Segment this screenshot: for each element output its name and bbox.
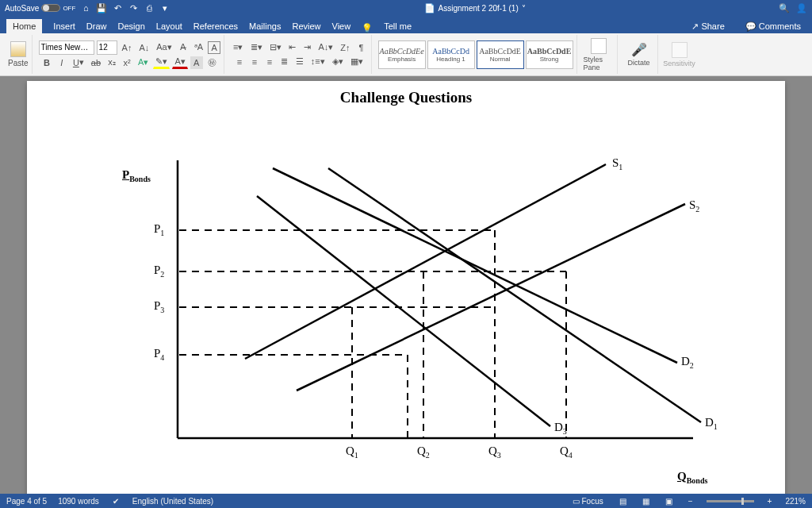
sensitivity-group: Sensitivity (661, 35, 698, 74)
tab-design[interactable]: Design (118, 19, 145, 33)
tab-home[interactable]: Home (6, 19, 42, 33)
s2-label: S2 (689, 198, 699, 214)
d3-label: D3 (554, 421, 567, 436)
numbering-button[interactable]: ≣▾ (248, 41, 265, 54)
show-marks-button[interactable]: ¶ (355, 41, 368, 54)
search-icon[interactable]: 🔍 (779, 2, 790, 13)
line-spacing-button[interactable]: ↕≡▾ (308, 56, 327, 68)
print-layout-icon[interactable]: ▦ (640, 497, 652, 506)
tab-review[interactable]: Review (292, 19, 320, 33)
text-effects-button[interactable]: A▾ (136, 56, 151, 69)
font-name-select[interactable] (39, 40, 94, 55)
distribute-button[interactable]: ☰ (293, 56, 306, 68)
paragraph-group: ≡▾ ≣▾ ⊟▾ ⇤ ⇥ A↓▾ Z↑ ¶ ≡ ≡ ≡ ≣ ☰ ↕≡▾ ◈▾ ▦… (228, 35, 372, 74)
ribbon: Paste A↑ A↓ Aa▾ A̶ ᵃA A B I U▾ ab x₂ x² … (0, 33, 812, 76)
tab-insert[interactable]: Insert (53, 19, 75, 33)
p3-label: P3 (154, 299, 164, 314)
font-group: A↑ A↓ Aa▾ A̶ ᵃA A B I U▾ ab x₂ x² A▾ ✎▾ … (36, 35, 225, 74)
clear-format-button[interactable]: A̶ (177, 41, 190, 54)
print-icon[interactable]: ⎙ (144, 2, 155, 13)
zoom-out-button[interactable]: − (686, 497, 695, 506)
decrease-indent-button[interactable]: ⇤ (286, 41, 299, 54)
share-button[interactable]: ↗ Share (687, 20, 729, 33)
d2-label: D2 (681, 355, 694, 370)
dictate-group: 🎤 Dictate (621, 35, 658, 74)
s1-label: S1 (612, 156, 622, 171)
change-case-button[interactable]: Aa▾ (154, 41, 174, 54)
spellcheck-icon[interactable]: ✔ (110, 497, 121, 506)
multilevel-button[interactable]: ⊟▾ (267, 41, 284, 54)
highlight-button[interactable]: ✎▾ (153, 56, 170, 69)
save-icon[interactable]: 💾 (96, 2, 107, 13)
bold-button[interactable]: B (40, 56, 53, 69)
style-normal[interactable]: AaBbCcDdENormal (477, 40, 524, 69)
zoom-in-button[interactable]: + (765, 497, 775, 506)
bullets-button[interactable]: ≡▾ (231, 41, 245, 54)
word-count[interactable]: 1090 words (58, 497, 99, 506)
align-right-button[interactable]: ≡ (263, 56, 276, 68)
char-shading-button[interactable]: A (190, 56, 203, 69)
autosave-state: OFF (63, 5, 75, 12)
paste-icon[interactable] (10, 41, 26, 57)
redo-icon[interactable]: ↷ (128, 2, 139, 13)
sensitivity-icon (672, 42, 688, 58)
more-icon[interactable]: ▾ (159, 2, 170, 13)
undo-icon[interactable]: ↶ (112, 2, 123, 13)
q3-label: Q3 (488, 444, 501, 460)
styles-group: AaBbCcDdEeEmphasis AaBbCcDdHeading 1 AaB… (375, 35, 577, 74)
sort2-button[interactable]: Z↑ (338, 41, 352, 54)
style-strong[interactable]: AaBbCcDdEStrong (526, 40, 573, 69)
mic-icon: 🎤 (631, 42, 647, 57)
sort-button[interactable]: A↓▾ (316, 41, 336, 54)
styles-pane-group: Styles Pane (580, 35, 618, 74)
justify-button[interactable]: ≣ (278, 56, 291, 68)
tab-mailings[interactable]: Mailings (249, 19, 281, 33)
clipboard-group: Paste (5, 35, 33, 74)
align-left-button[interactable]: ≡ (233, 56, 246, 68)
zoom-level[interactable]: 221% (785, 497, 806, 506)
borders-button[interactable]: ▦▾ (348, 56, 366, 68)
align-center-button[interactable]: ≡ (248, 56, 261, 68)
document-area[interactable]: Challenge Questions (0, 76, 812, 494)
enclose-button[interactable]: ㊙ (205, 56, 219, 69)
style-heading1[interactable]: AaBbCcDdHeading 1 (427, 40, 475, 69)
tab-view[interactable]: View (332, 19, 351, 33)
focus-button[interactable]: ▭ Focus (570, 497, 606, 506)
underline-button[interactable]: U▾ (71, 56, 86, 69)
grow-font-button[interactable]: A↑ (120, 41, 135, 54)
superscript-button[interactable]: x² (121, 56, 133, 69)
subscript-button[interactable]: x₂ (105, 56, 118, 69)
chart-svg (122, 121, 741, 494)
style-emphasis[interactable]: AaBbCcDdEeEmphasis (378, 40, 426, 69)
comments-button[interactable]: 💬 Comments (741, 20, 806, 33)
document-title: Assignment 2 20f-1 (1) (439, 4, 519, 13)
autosave-toggle[interactable]: AutoSave OFF (5, 4, 75, 13)
tab-references[interactable]: References (193, 19, 238, 33)
font-color-button[interactable]: A▾ (172, 56, 187, 69)
dictate-button[interactable]: 🎤 Dictate (624, 42, 654, 67)
toggle-pill[interactable] (41, 4, 60, 12)
read-mode-icon[interactable]: ▤ (617, 497, 629, 506)
strike-button[interactable]: ab (89, 56, 103, 69)
web-layout-icon[interactable]: ▣ (663, 497, 675, 506)
home-icon[interactable]: ⌂ (80, 2, 91, 13)
styles-pane-button[interactable]: Styles Pane (584, 38, 614, 71)
increase-indent-button[interactable]: ⇥ (301, 41, 314, 54)
language-indicator[interactable]: English (United States) (132, 497, 213, 506)
tab-layout[interactable]: Layout (156, 19, 182, 33)
user-icon[interactable]: 👤 (796, 2, 807, 13)
italic-button[interactable]: I (56, 56, 68, 69)
shrink-font-button[interactable]: A↓ (136, 41, 151, 54)
title-chevron-icon[interactable]: ˅ (522, 4, 526, 13)
tab-draw[interactable]: Draw (86, 19, 107, 33)
font-size-select[interactable] (97, 40, 117, 55)
q2-label: Q2 (417, 444, 430, 460)
tab-tellme[interactable]: Tell me (384, 19, 412, 33)
sensitivity-button[interactable]: Sensitivity (665, 42, 695, 67)
page-indicator[interactable]: Page 4 of 5 (6, 497, 47, 506)
q4-label: Q4 (560, 444, 573, 460)
shading-button[interactable]: ◈▾ (330, 56, 346, 68)
phonetic-button[interactable]: ᵃA (192, 41, 205, 54)
zoom-slider[interactable] (707, 500, 754, 502)
char-border-button[interactable]: A (208, 41, 220, 54)
